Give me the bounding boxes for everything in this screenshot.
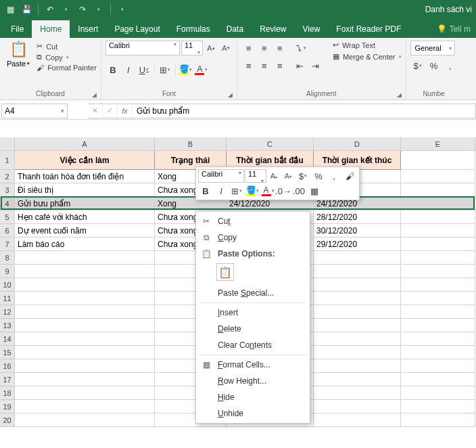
decrease-font-button[interactable]: A▾ xyxy=(219,41,233,55)
cell-E9[interactable] xyxy=(401,265,475,278)
cell-A8[interactable] xyxy=(15,251,155,265)
align-middle-button[interactable]: ≡ xyxy=(257,41,272,55)
cell-A13[interactable] xyxy=(15,319,155,332)
cell-E17[interactable] xyxy=(401,373,475,386)
select-all-corner[interactable] xyxy=(0,137,15,150)
redo-dropdown-icon[interactable]: ▾ xyxy=(91,2,106,17)
row-header-11[interactable]: 11 xyxy=(0,292,15,305)
percent-format-button[interactable]: % xyxy=(427,58,442,73)
redo-button[interactable]: ↷ xyxy=(75,2,90,17)
tab-review[interactable]: Review xyxy=(252,20,294,38)
cell-D20[interactable] xyxy=(314,413,401,427)
cell-E15[interactable] xyxy=(401,346,475,359)
mini-dec-decimal[interactable]: .0→ xyxy=(276,184,291,198)
cell-E8[interactable] xyxy=(401,251,475,265)
mini-decrease-font[interactable]: A▾ xyxy=(281,169,295,183)
row-header-10[interactable]: 10 xyxy=(0,278,15,292)
number-format-select[interactable]: General▾ xyxy=(410,41,455,55)
qat-customize-icon[interactable]: ▾ xyxy=(115,2,130,17)
cell-D11[interactable] xyxy=(314,292,401,305)
ctx-paste-special[interactable]: Paste Special... xyxy=(197,285,308,301)
col-header-B[interactable]: B xyxy=(155,137,227,150)
cell-E4[interactable] xyxy=(401,197,475,210)
cell-A14[interactable] xyxy=(15,332,155,346)
cell-E12[interactable] xyxy=(401,305,475,319)
tab-insert[interactable]: Insert xyxy=(70,20,106,38)
mini-font-color[interactable]: A xyxy=(260,184,275,198)
cell-D17[interactable] xyxy=(314,373,401,386)
cell-A16[interactable] xyxy=(15,359,155,373)
row-header-16[interactable]: 16 xyxy=(0,359,15,373)
cell-D16[interactable] xyxy=(314,359,401,373)
tab-home[interactable]: Home xyxy=(32,20,70,38)
cell-E6[interactable] xyxy=(401,224,475,238)
cell-D9[interactable] xyxy=(314,265,401,278)
cell-D18[interactable] xyxy=(314,386,401,400)
tab-file[interactable]: File xyxy=(3,20,32,38)
copy-button[interactable]: ⧉Copy▾ xyxy=(37,53,97,62)
enter-formula-button[interactable]: ✓ xyxy=(103,104,118,118)
font-size-select[interactable]: 11▾ xyxy=(181,41,203,55)
formula-input[interactable]: Gửi bưu phẩm xyxy=(133,104,476,118)
fill-color-button[interactable]: 🪣 xyxy=(178,62,193,77)
tab-formulas[interactable]: Formulas xyxy=(168,20,218,38)
mini-accounting[interactable]: $ xyxy=(295,169,310,183)
cell-D19[interactable] xyxy=(314,400,401,413)
undo-dropdown-icon[interactable]: ▾ xyxy=(59,2,74,17)
cell-A10[interactable] xyxy=(15,278,155,292)
col-header-A[interactable]: A xyxy=(15,137,155,150)
row-header-6[interactable]: 6 xyxy=(0,224,15,238)
mini-font-size[interactable]: 11▾ xyxy=(245,169,266,183)
increase-font-button[interactable]: A▴ xyxy=(204,41,218,55)
cell-E10[interactable] xyxy=(401,278,475,292)
ctx-insert[interactable]: Insert xyxy=(197,305,308,321)
cell-E20[interactable] xyxy=(401,413,475,427)
cell-A9[interactable] xyxy=(15,265,155,278)
cell-A1[interactable]: Việc cần làm xyxy=(15,151,155,170)
cell-D6[interactable]: 30/12/2020 xyxy=(314,224,401,238)
row-header-13[interactable]: 13 xyxy=(0,319,15,332)
cell-A4[interactable]: Gửi bưu phẩm xyxy=(15,197,155,210)
mini-font-name[interactable]: Calibri▾ xyxy=(198,169,244,183)
tab-view[interactable]: View xyxy=(295,20,329,38)
mini-merge[interactable]: ▦ xyxy=(307,184,322,198)
cell-E18[interactable] xyxy=(401,386,475,400)
cell-D5[interactable]: 28/12/2020 xyxy=(314,210,401,224)
row-header-7[interactable]: 7 xyxy=(0,238,15,251)
cell-D14[interactable] xyxy=(314,332,401,346)
cell-E1[interactable] xyxy=(401,151,475,170)
row-header-8[interactable]: 8 xyxy=(0,251,15,265)
cell-E5[interactable] xyxy=(401,210,475,224)
mini-borders[interactable]: ⊞ xyxy=(229,184,244,198)
row-header-2[interactable]: 2 xyxy=(0,170,15,183)
cell-D8[interactable] xyxy=(314,251,401,265)
cell-E11[interactable] xyxy=(401,292,475,305)
align-left-button[interactable]: ≡ xyxy=(241,58,256,73)
cell-A19[interactable] xyxy=(15,400,155,413)
cut-button[interactable]: ✂Cut xyxy=(37,42,97,51)
ctx-copy[interactable]: ⧉Copy xyxy=(197,229,308,246)
ctx-cut[interactable]: ✂Cut xyxy=(197,213,308,229)
cell-A18[interactable] xyxy=(15,386,155,400)
cell-E3[interactable] xyxy=(401,183,475,197)
cell-E14[interactable] xyxy=(401,332,475,346)
align-top-button[interactable]: ≡ xyxy=(241,41,256,55)
ctx-unhide[interactable]: Unhide xyxy=(197,405,308,422)
mini-percent[interactable]: % xyxy=(311,169,326,183)
undo-button[interactable]: ↶ xyxy=(43,2,57,17)
row-header-12[interactable]: 12 xyxy=(0,305,15,319)
mini-bold[interactable]: B xyxy=(198,184,213,198)
borders-button[interactable]: ⊞ xyxy=(158,62,172,77)
comma-format-button[interactable]: , xyxy=(443,58,458,73)
cell-D15[interactable] xyxy=(314,346,401,359)
wrap-text-button[interactable]: ↩Wrap Text xyxy=(333,41,402,49)
row-header-14[interactable]: 14 xyxy=(0,332,15,346)
row-header-19[interactable]: 19 xyxy=(0,400,15,413)
cancel-formula-button[interactable]: ✕ xyxy=(88,104,103,118)
mini-comma[interactable]: , xyxy=(327,169,341,183)
decrease-indent-button[interactable]: ⇤ xyxy=(293,58,308,73)
cell-A5[interactable]: Hẹn café với khách xyxy=(15,210,155,224)
merge-center-button[interactable]: ▦Merge & Center ▾ xyxy=(333,52,402,61)
mini-fill-color[interactable]: 🪣 xyxy=(245,184,260,198)
cell-E2[interactable] xyxy=(401,170,475,183)
